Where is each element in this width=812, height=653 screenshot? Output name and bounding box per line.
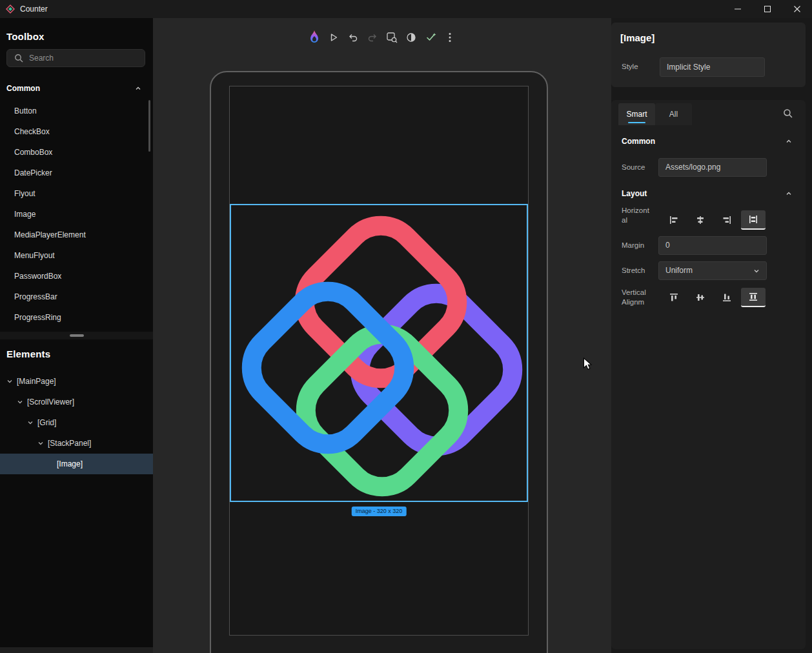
toolbox-search[interactable]	[6, 49, 145, 67]
redo-button[interactable]	[364, 29, 381, 46]
tree-item-label: [ScrollViewer]	[27, 397, 74, 407]
window-title: Counter	[20, 5, 48, 14]
toolbox-item-datepicker[interactable]: DatePicker	[0, 163, 153, 183]
chevron-up-icon[interactable]	[786, 190, 792, 197]
style-label: Style	[622, 63, 638, 70]
toolbox-item-checkbox[interactable]: CheckBox	[0, 121, 153, 142]
chevron-up-icon	[135, 85, 141, 92]
inspect-element-icon	[386, 32, 398, 43]
chevron-down-icon[interactable]	[27, 419, 34, 426]
horizontal-alignment-label: Horizontal	[622, 206, 651, 225]
chevron-down-icon	[753, 268, 760, 274]
selected-element-card: [Image] Style Implicit Style	[611, 23, 806, 87]
margin-input[interactable]: 0	[658, 236, 767, 255]
validate-button[interactable]	[422, 29, 439, 46]
toolbox-item-image[interactable]: Image	[0, 204, 153, 225]
inspect-element-button[interactable]	[383, 29, 400, 46]
splitter-grip-icon	[70, 334, 84, 337]
tree-item-stackpanel[interactable]: [StackPanel]	[0, 433, 153, 454]
design-canvas[interactable]: Image - 320 x 320	[153, 18, 611, 653]
maximize-icon	[764, 6, 771, 12]
search-icon	[14, 54, 23, 63]
properties-panel: [Image] Style Implicit Style Smart All C…	[611, 18, 812, 653]
selected-image-element[interactable]	[230, 204, 528, 502]
toolbox-list: Button CheckBox ComboBox DatePicker Flyo…	[0, 101, 153, 328]
stretch-label: Stretch	[622, 266, 645, 274]
chevron-down-icon[interactable]	[6, 378, 13, 385]
align-vertical-stretch-button[interactable]	[741, 288, 766, 307]
margin-label: Margin	[622, 241, 644, 249]
style-input[interactable]: Implicit Style	[660, 57, 765, 77]
align-vertical-bottom-button[interactable]	[715, 288, 739, 307]
undo-button[interactable]	[345, 29, 361, 46]
stretch-dropdown-value: Uniform	[665, 262, 693, 279]
chevron-down-icon[interactable]	[37, 440, 44, 447]
toolbox-item-progressring[interactable]: ProgressRing	[0, 307, 153, 328]
align-vertical-bottom-icon	[722, 292, 732, 303]
redo-icon	[367, 32, 378, 43]
toolbox-item-button[interactable]: Button	[0, 101, 153, 121]
toolbox-item-flyout[interactable]: Flyout	[0, 183, 153, 204]
design-toolbar	[153, 29, 611, 46]
source-label: Source	[622, 163, 645, 171]
align-horizontal-stretch-icon	[748, 214, 758, 225]
sidebar-horizontal-scrollbar[interactable]	[0, 647, 153, 653]
tree-item-label: [Grid]	[37, 418, 56, 427]
more-options-button[interactable]	[442, 29, 458, 46]
search-icon	[783, 108, 793, 118]
tree-item-mainpage[interactable]: [MainPage]	[0, 371, 153, 392]
align-horizontal-right-button[interactable]	[715, 210, 739, 230]
hot-design-button[interactable]	[306, 29, 323, 46]
close-icon	[794, 6, 800, 12]
tree-item-image[interactable]: [Image]	[0, 454, 153, 474]
elements-tree: [MainPage] [ScrollViewer] [Grid] [StackP…	[0, 371, 153, 474]
align-horizontal-center-icon	[695, 215, 705, 225]
toolbox-section-label: Common	[6, 84, 40, 93]
section-common-title: Common	[622, 137, 655, 146]
toolbox-item-progressbar[interactable]: ProgressBar	[0, 286, 153, 307]
tree-item-label: [StackPanel]	[48, 439, 91, 448]
source-input[interactable]: Assets/logo.png	[658, 158, 767, 177]
tree-item-grid[interactable]: [Grid]	[0, 412, 153, 433]
toolbox-item-passwordbox[interactable]: PasswordBox	[0, 266, 153, 286]
toolbox-item-menuflyout[interactable]: MenuFlyout	[0, 245, 153, 266]
chevron-up-icon[interactable]	[786, 138, 792, 145]
align-horizontal-left-button[interactable]	[662, 210, 686, 230]
image-content-logo	[231, 205, 529, 503]
properties-search-button[interactable]	[783, 108, 793, 118]
section-layout-title: Layout	[622, 189, 647, 198]
horizontal-alignment-group	[662, 210, 766, 230]
stretch-dropdown[interactable]: Uniform	[658, 261, 767, 280]
chevron-down-icon[interactable]	[17, 399, 23, 405]
align-horizontal-center-button[interactable]	[688, 210, 713, 230]
align-vertical-center-icon	[695, 292, 705, 303]
theme-toggle-button[interactable]	[403, 29, 420, 46]
search-input[interactable]	[29, 54, 132, 63]
toolbox-section-common[interactable]: Common	[0, 81, 153, 95]
maximize-button[interactable]	[753, 0, 782, 18]
align-vertical-top-button[interactable]	[662, 288, 686, 307]
titlebar: Counter	[0, 0, 812, 18]
toolbox-item-combobox[interactable]: ComboBox	[0, 142, 153, 163]
toolbox-scrollbar[interactable]	[148, 100, 150, 152]
panel-splitter[interactable]	[0, 332, 153, 339]
elements-title: Elements	[6, 348, 50, 359]
tab-all[interactable]: All	[655, 103, 692, 125]
toolbox-item-mediaplayerelement[interactable]: MediaPlayerElement	[0, 225, 153, 245]
minimize-button[interactable]	[723, 0, 753, 18]
window-controls	[723, 0, 812, 18]
app-icon	[6, 5, 15, 14]
align-horizontal-stretch-button[interactable]	[741, 210, 766, 230]
play-icon	[329, 32, 339, 43]
vertical-alignment-label: Vertical Alignm	[622, 288, 651, 307]
tab-smart[interactable]: Smart	[618, 103, 655, 125]
hot-design-flame-icon	[308, 30, 321, 45]
left-sidebar: Toolbox Common Button CheckBox ComboBox …	[0, 18, 153, 653]
close-button[interactable]	[782, 0, 812, 18]
tree-item-scrollviewer[interactable]: [ScrollViewer]	[0, 392, 153, 412]
minimize-icon	[735, 6, 741, 12]
more-options-icon	[449, 32, 451, 43]
play-button[interactable]	[325, 29, 342, 46]
align-vertical-center-button[interactable]	[688, 288, 713, 307]
tree-item-label: [Image]	[57, 459, 83, 468]
